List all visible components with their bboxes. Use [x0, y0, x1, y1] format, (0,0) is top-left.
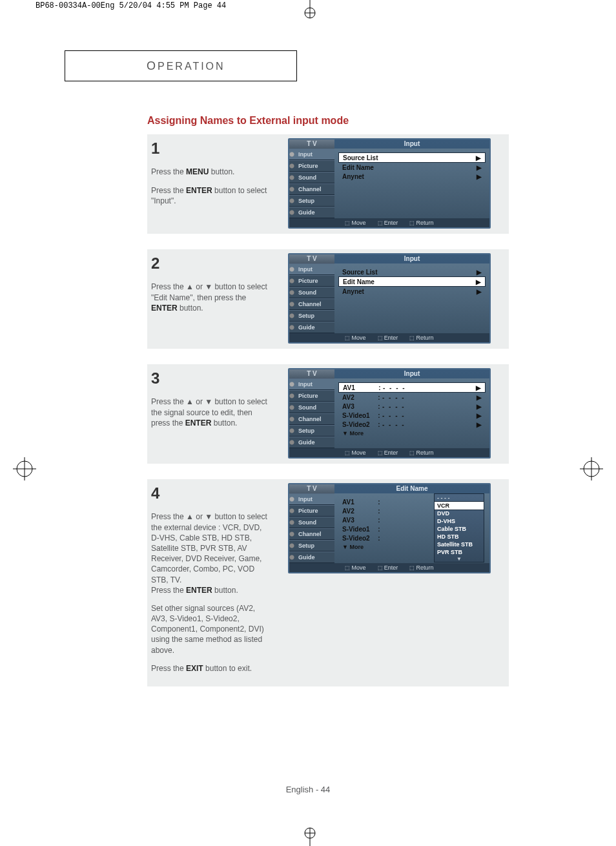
popup-dvd[interactable]: DVD	[435, 510, 484, 517]
osd-row-source-list[interactable]: Source List▶	[338, 152, 486, 163]
osd-side-setup[interactable]: Setup	[289, 540, 334, 552]
osd-side-guide[interactable]: Guide	[289, 437, 334, 448]
osd-tv-label: T V	[289, 139, 334, 149]
popup-satellitestb[interactable]: Satellite STB	[435, 541, 484, 548]
osd-main: AV1:- - - -▶ AV2:- - - -▶ AV3:- - - -▶ S…	[334, 378, 489, 448]
osd-footer: Move Enter Return	[289, 218, 489, 227]
osd-side-picture[interactable]: Picture	[289, 390, 334, 402]
osd-row-edit-name[interactable]: Edit Name▶	[338, 276, 486, 287]
osd-footer-move: Move	[345, 220, 365, 226]
osd-side-input[interactable]: Input	[289, 493, 334, 505]
step-3-number: 3	[151, 368, 267, 389]
osd-side-setup[interactable]: Setup	[289, 195, 334, 207]
chevron-right-icon: ▶	[473, 154, 481, 161]
osd-row-av1[interactable]: AV1:- - - -▶	[338, 382, 486, 393]
chevron-right-icon: ▶	[474, 421, 482, 428]
osd-row-edit-name[interactable]: Edit Name▶	[338, 163, 486, 172]
step-4-osd: T V Edit Name Input Picture Sound Channe…	[275, 483, 504, 681]
osd-side-setup[interactable]: Setup	[289, 425, 334, 437]
osd-side-setup[interactable]: Setup	[289, 310, 334, 322]
osd-footer-enter: Enter	[378, 220, 398, 226]
chevron-right-icon: ▶	[474, 412, 482, 419]
osd-more[interactable]: ▼ More	[338, 429, 486, 437]
osd-footer-move: Move	[345, 564, 365, 571]
osd-side-picture[interactable]: Picture	[289, 275, 334, 287]
osd-tv-label: T V	[289, 484, 334, 493]
osd-body: Input Picture Sound Channel Setup Guide …	[289, 378, 489, 448]
osd-side-picture[interactable]: Picture	[289, 505, 334, 517]
crop-mark-bottom-icon	[300, 827, 320, 846]
step-2: 2 Press the ▲ or ▼ button to select "Edi…	[147, 249, 509, 349]
osd-side-channel[interactable]: Channel	[289, 298, 334, 310]
osd-row-anynet[interactable]: Anynet▶	[338, 287, 486, 296]
osd-panel: T V Input Input Picture Sound Channel Se…	[288, 138, 491, 229]
osd-side-menu: Input Picture Sound Channel Setup Guide	[289, 149, 334, 218]
osd-row-svideo1[interactable]: S-Video1:- - - -▶	[338, 411, 486, 420]
osd-footer-enter: Enter	[378, 335, 398, 341]
chapter-text: OPERATION	[147, 59, 225, 73]
popup-pvrstb[interactable]: PVR STB	[435, 548, 484, 556]
osd-footer: Move Enter Return	[289, 333, 489, 342]
osd-row-source-list[interactable]: Source List▶	[338, 267, 486, 276]
osd-side-menu: Input Picture Sound Channel Setup Guide	[289, 263, 334, 333]
crop-mark-left-icon	[13, 457, 36, 480]
osd-topbar: T V Input	[289, 369, 489, 378]
osd-side-guide[interactable]: Guide	[289, 207, 334, 218]
osd-side-input[interactable]: Input	[289, 378, 334, 390]
chevron-right-icon: ▶	[474, 403, 482, 410]
chevron-right-icon: ▶	[473, 384, 481, 391]
step-1-number: 1	[151, 138, 267, 159]
step-1-text: 1 Press the MENU button. Press the ENTER…	[151, 138, 275, 229]
osd-row-av3[interactable]: AV3:- - - -▶	[338, 402, 486, 411]
osd-body: Input Picture Sound Channel Setup Guide …	[289, 263, 489, 333]
chevron-right-icon: ▶	[474, 173, 482, 180]
crop-mark-right-icon	[580, 457, 603, 480]
popup-vcr[interactable]: VCR	[434, 501, 484, 510]
chevron-right-icon: ▶	[474, 269, 482, 276]
osd-title: Input	[334, 254, 489, 263]
osd-side-channel[interactable]: Channel	[289, 413, 334, 425]
osd-footer: Move Enter Return	[289, 563, 489, 572]
step-3: 3 Press the ▲ or ▼ button to select the …	[147, 364, 509, 464]
chevron-right-icon: ▶	[474, 394, 482, 401]
chevron-right-icon: ▶	[474, 164, 482, 171]
osd-row-av2[interactable]: AV2:- - - -▶	[338, 393, 486, 402]
osd-side-channel[interactable]: Channel	[289, 528, 334, 540]
osd-topbar: T V Input	[289, 254, 489, 263]
popup-cablestb[interactable]: Cable STB	[435, 525, 484, 533]
step-4-number: 4	[151, 483, 267, 504]
page-content: OPERATION Assigning Names to External in…	[65, 50, 555, 686]
osd-side-channel[interactable]: Channel	[289, 183, 334, 195]
popup-hdstb[interactable]: HD STB	[435, 533, 484, 541]
osd-side-sound[interactable]: Sound	[289, 517, 334, 528]
osd-side-guide[interactable]: Guide	[289, 322, 334, 333]
osd-title: Input	[334, 139, 489, 149]
print-header: BP68-00334A-00Eng 5/20/04 4:55 PM Page 4…	[36, 1, 226, 10]
step-2-number: 2	[151, 253, 267, 274]
osd-side-picture[interactable]: Picture	[289, 160, 334, 172]
step-2-text: 2 Press the ▲ or ▼ button to select "Edi…	[151, 253, 275, 344]
osd-body: Input Picture Sound Channel Setup Guide …	[289, 149, 489, 218]
osd-row-anynet[interactable]: Anynet▶	[338, 172, 486, 181]
osd-side-input[interactable]: Input	[289, 263, 334, 275]
osd-panel: T V Input Input Picture Sound Channel Se…	[288, 253, 491, 344]
osd-side-guide[interactable]: Guide	[289, 552, 334, 563]
device-popup: - - - - VCR DVD D-VHS Cable STB HD STB S…	[434, 493, 484, 562]
popup-dvhs[interactable]: D-VHS	[435, 517, 484, 525]
osd-title: Input	[334, 369, 489, 378]
osd-side-sound[interactable]: Sound	[289, 287, 334, 298]
osd-row-svideo2[interactable]: S-Video2:- - - -▶	[338, 420, 486, 429]
osd-footer-return: Return	[409, 220, 433, 226]
osd-side-input[interactable]: Input	[289, 149, 334, 160]
chevron-down-icon[interactable]: ▼	[435, 556, 484, 562]
section-title: Assigning Names to External input mode	[147, 115, 555, 127]
chevron-right-icon: ▶	[474, 288, 482, 295]
chevron-right-icon: ▶	[473, 278, 481, 285]
osd-side-sound[interactable]: Sound	[289, 402, 334, 413]
osd-panel: T V Input Input Picture Sound Channel Se…	[288, 368, 491, 459]
osd-side-sound[interactable]: Sound	[289, 172, 334, 183]
osd-footer-move: Move	[345, 449, 365, 456]
step-3-osd: T V Input Input Picture Sound Channel Se…	[275, 368, 504, 459]
osd-footer-enter: Enter	[378, 449, 398, 456]
osd-tv-label: T V	[289, 254, 334, 263]
